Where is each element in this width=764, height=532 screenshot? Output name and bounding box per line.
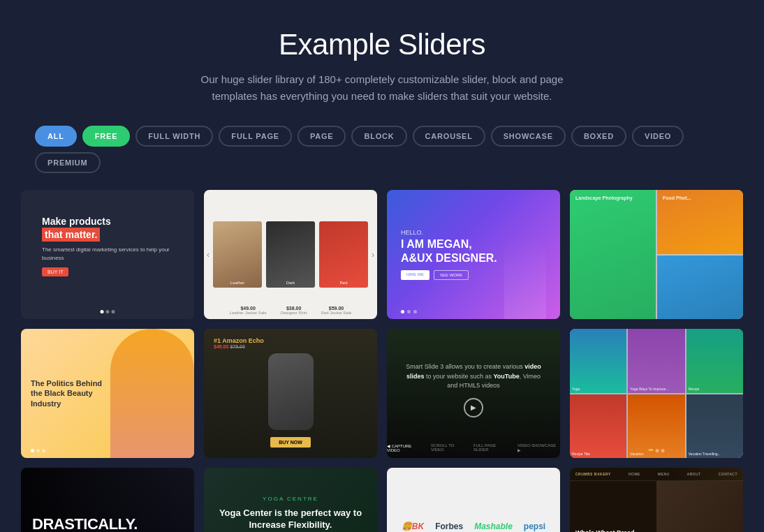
slider-card-11[interactable]: 🍔BK Forbes Mashable pepsi (387, 468, 560, 532)
photo-tile-landscape: Landscape Photography (570, 190, 656, 319)
slider-card-4[interactable]: Landscape Photography Food Phot... (570, 190, 743, 319)
sliders-grid: Make products that matter. The smartest … (0, 190, 764, 532)
card3-text: HELLO. I AM MEGAN,A&UX DESIGNER. HIRE ME… (401, 229, 497, 279)
filter-btn-premium[interactable]: PREMIUM (35, 152, 101, 173)
video-nav-item: VIDEO SHOWCASE ▶ (517, 443, 560, 452)
logo-pepsi: pepsi (524, 522, 545, 531)
bakery-nav-home: HOME (629, 472, 640, 476)
dot (413, 310, 417, 313)
bakery-content-left: Whole Wheat Bread All the great taste yo… (570, 481, 656, 532)
card3-buttons: HIRE ME SEE WORK (401, 270, 497, 280)
card7-text: Smart Slide 3 allows you to create vario… (401, 362, 546, 391)
dot (656, 449, 659, 452)
recipe-tile-2: Yoga Ways To Improve... (628, 329, 684, 393)
filter-btn-video[interactable]: VIDEO (632, 126, 684, 147)
filter-bar: ALL FREE FULL WIDTH FULL PAGE PAGE BLOCK… (0, 126, 764, 190)
video-nav-item: ◀ CAPTURE VIDEO (387, 443, 425, 452)
card1-sub: The smartest digital marketing services … (42, 246, 173, 261)
page-subtitle: Our huge slider library of 180+ complete… (179, 71, 585, 105)
card5-dots (31, 449, 45, 452)
page-header: Example Sliders Our huge slider library … (0, 0, 764, 126)
card9-text: DRASTICALLY. (32, 515, 183, 533)
slider-card-2[interactable]: ‹ › Leather Dark Red $49.00 (204, 190, 377, 319)
card8-dots (649, 449, 665, 452)
card5-person (110, 329, 194, 458)
card3-dots (401, 310, 417, 313)
filter-btn-boxed[interactable]: BOXED (571, 126, 626, 147)
card11-logos: 🍔BK Forbes Mashable pepsi (402, 522, 545, 531)
photo-tile-food: Food Phot... (657, 190, 743, 254)
slider-card-10[interactable]: YOGA CENTRE Yoga Center is the perfect w… (204, 468, 377, 532)
dot (101, 310, 104, 313)
dot (36, 449, 40, 452)
bakery-content-right: CURRENT SPECIALS Croissants Sourdough (656, 481, 743, 532)
next-arrow-icon[interactable]: › (372, 250, 374, 260)
logo-bk: 🍔BK (402, 522, 424, 531)
card1-line2: that matter. (42, 228, 173, 242)
slider-card-9[interactable]: DRASTICALLY. GET STARTED LEARN MORE (21, 468, 194, 532)
page-title: Example Sliders (14, 28, 750, 61)
dot (106, 310, 110, 313)
dot (661, 449, 665, 452)
card6-badge: #1 Amazon Echo $49.00 $79.00 (214, 337, 264, 349)
card7-footer: ◀ CAPTURE VIDEO SCROLL TO VIDEO FULL PAG… (387, 443, 560, 452)
card10-text: Yoga Center is the perfect way to Increa… (215, 508, 366, 531)
video-nav-item: FULL PAGE SLIDER (473, 443, 512, 452)
logo-forbes: Forbes (435, 522, 463, 531)
filter-btn-fullpage[interactable]: FULL PAGE (219, 126, 292, 147)
person-silhouette (110, 329, 194, 458)
play-button[interactable]: ▶ (464, 398, 483, 418)
card5-text: The Politics Behind the Black Beauty Ind… (31, 378, 108, 408)
filter-btn-carousel[interactable]: CAROUSEL (413, 126, 485, 147)
slider-card-6[interactable]: #1 Amazon Echo $49.00 $79.00 BUY NOW (204, 329, 377, 458)
card2-footer: $49.00 Leather Jacket Sale $38.00 Design… (230, 306, 352, 315)
slider-card-12[interactable]: CRUMBS BAKERY HOME MENU ABOUT CONTACT Wh… (570, 468, 743, 532)
card3-person (504, 235, 546, 319)
dot (31, 449, 34, 452)
card3-work-btn[interactable]: SEE WORK (434, 270, 469, 280)
logo-mashable: Mashable (474, 522, 513, 531)
card1-cta[interactable]: BUY IT (42, 267, 68, 276)
slider-card-1[interactable]: Make products that matter. The smartest … (21, 190, 194, 319)
dot (649, 449, 654, 451)
slider-card-3[interactable]: HELLO. I AM MEGAN,A&UX DESIGNER. HIRE ME… (387, 190, 560, 319)
bakery-nav-contact: CONTACT (719, 472, 737, 476)
card3-hire-btn[interactable]: HIRE ME (401, 270, 429, 280)
bakery-product-name: Whole Wheat Bread (575, 529, 651, 532)
recipe-tile-3: Recipe (686, 329, 743, 393)
filter-btn-block[interactable]: BLOCK (351, 126, 406, 147)
slider-card-7[interactable]: Smart Slide 3 allows you to create vario… (387, 329, 560, 458)
filter-btn-free[interactable]: FREE (82, 126, 131, 147)
video-nav-item: SCROLL TO VIDEO (431, 443, 468, 452)
card10-logo: YOGA CENTRE (263, 496, 318, 502)
recipe-tile-4: Recipe Title (570, 394, 626, 459)
filter-btn-fullwidth[interactable]: FULL WIDTH (135, 126, 213, 147)
filter-btn-showcase[interactable]: SHOWCASE (491, 126, 566, 147)
dot (112, 310, 115, 313)
bakery-nav-about: ABOUT (687, 472, 701, 476)
slider-card-5[interactable]: The Politics Behind the Black Beauty Ind… (21, 329, 194, 458)
dot (407, 310, 411, 313)
filter-btn-all[interactable]: ALL (35, 126, 77, 147)
dot (401, 310, 404, 313)
filter-btn-page[interactable]: PAGE (297, 126, 346, 147)
card6-buy-btn[interactable]: BUY NOW (270, 437, 311, 448)
dot (42, 449, 45, 452)
card3-hello: HELLO. (401, 229, 497, 236)
recipe-tile-1: Yoga (570, 329, 626, 393)
slider-card-8[interactable]: Yoga Yoga Ways To Improve... Recipe Reci… (570, 329, 743, 458)
card1-line1: Make products (42, 215, 173, 228)
bakery-nav-menu: MENU (658, 472, 670, 476)
card6-product-img (268, 353, 314, 430)
recipe-tile-6: Vacation Travelling... (686, 394, 743, 459)
photo-tile-extra (657, 256, 743, 320)
card2-nav: ‹ › (204, 250, 377, 260)
bakery-brand: CRUMBS BAKERY (575, 472, 611, 476)
card3-name: I AM MEGAN,A&UX DESIGNER. (401, 237, 497, 264)
prev-arrow-icon[interactable]: ‹ (207, 250, 210, 260)
bakery-header: CRUMBS BAKERY HOME MENU ABOUT CONTACT (570, 468, 743, 481)
